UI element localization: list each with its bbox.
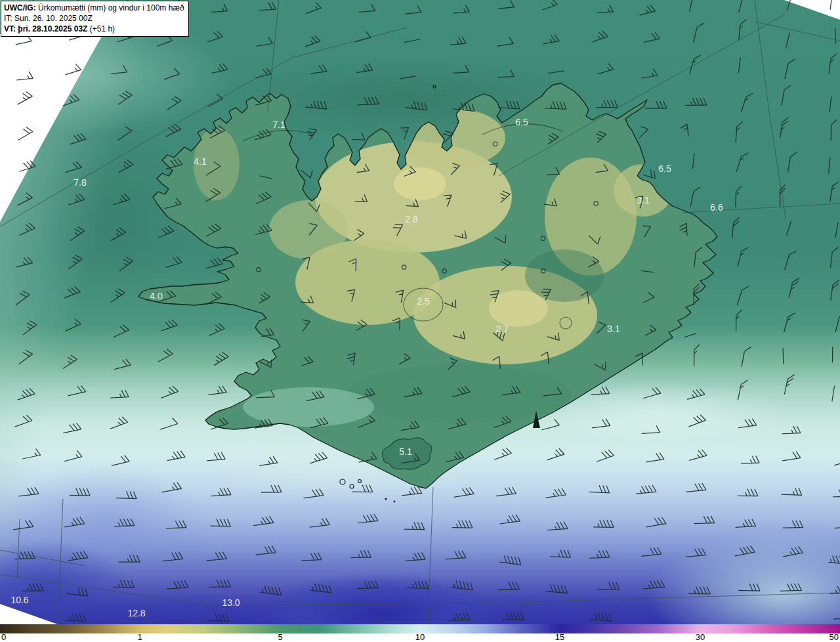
map-edge-wedge-topright	[784, 0, 840, 20]
precip-value-label: 12.8	[127, 608, 145, 618]
precip-value-label: 4.0	[150, 291, 163, 301]
colorbar-tick: 15	[555, 632, 564, 642]
colorbar-tick: 1	[137, 632, 142, 642]
product-title-line: UWC/IG: Úrkomumætti (mm) og vindur i 100…	[4, 3, 184, 13]
precip-value-label: 3.1	[637, 195, 650, 205]
valid-time: VT: þri. 28.10.2025 03Z	[4, 24, 87, 33]
precip-value-label: 5.1	[399, 446, 412, 457]
weather-map-page: 7.14.17.86.56.53.16.62.84.02.52.73.15.11…	[0, 0, 840, 642]
precip-value-label: 13.0	[222, 597, 240, 608]
valid-time-suffix: (+51 h)	[87, 24, 115, 33]
precip-value-label: 4.1	[194, 156, 207, 167]
precip-value-label: 6.5	[515, 117, 528, 127]
title-box: UWC/IG: Úrkomumætti (mm) og vindur i 100…	[1, 1, 189, 37]
map-overlay: 7.14.17.86.56.53.16.62.84.02.52.73.15.11…	[0, 0, 840, 624]
precip-value-label: 2.7	[495, 324, 509, 334]
valid-time-line: VT: þri. 28.10.2025 03Z (+51 h)	[4, 24, 184, 34]
precip-value-label: 3.1	[607, 324, 620, 334]
precipitation-field: 7.14.17.86.56.53.16.62.84.02.52.73.15.11…	[0, 0, 840, 624]
precip-value-label: 2.8	[405, 214, 418, 225]
colorbar-tick: 5	[278, 632, 282, 642]
colorbar-tick: 0	[1, 632, 6, 642]
colorbar: 01510153050	[0, 624, 840, 642]
product-code: UWC/IG:	[4, 3, 36, 12]
map-edge-wedge-topleft	[0, 34, 103, 222]
colorbar-tick: 30	[696, 632, 705, 642]
precip-value-label: 6.5	[658, 163, 671, 174]
precip-value-label: 10.6	[10, 595, 28, 605]
precip-value-label: 2.5	[417, 296, 430, 307]
precip-value-label: 6.6	[710, 202, 723, 213]
precip-value-label: 7.1	[272, 119, 285, 130]
colorbar-tick: 50	[830, 632, 839, 642]
colorbar-tick-labels: 01510153050	[0, 633, 840, 642]
colorbar-tick: 10	[415, 632, 425, 642]
product-title: Úrkomumætti (mm) og vindur i 100m hæð	[36, 3, 184, 12]
precip-value-label: 7.8	[74, 177, 87, 188]
init-time-line: IT: Sun. 26. 10. 2025 00Z	[4, 13, 184, 24]
map-edge-wedge-bottomleft	[0, 604, 58, 624]
